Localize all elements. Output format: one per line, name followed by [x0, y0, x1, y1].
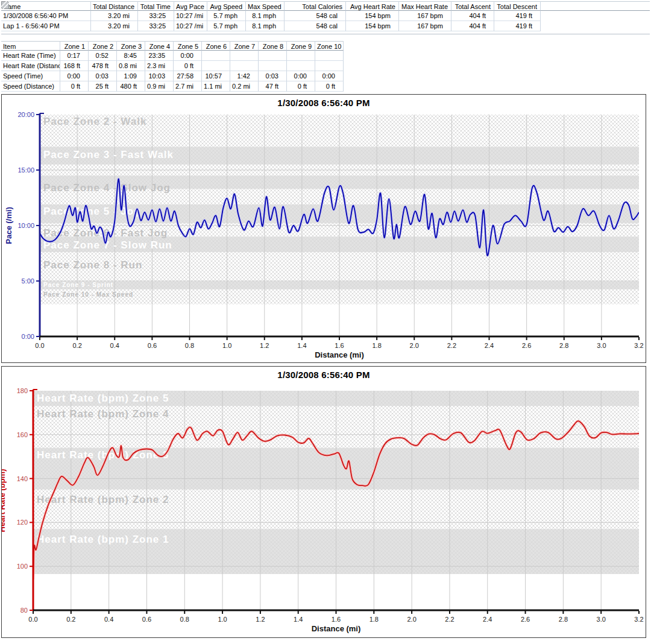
- column-header[interactable]: Zone 2: [89, 41, 117, 51]
- column-header[interactable]: Avg Pace: [174, 1, 207, 11]
- table-cell: 419 ft: [494, 11, 541, 21]
- x-tick-label: 1.8: [370, 616, 379, 623]
- x-tick-label: 1.6: [332, 616, 341, 623]
- table-cell: Heart Rate (Time): [1, 51, 60, 61]
- column-header[interactable]: Zone 8: [259, 41, 287, 51]
- table-cell: 8.1 mph: [246, 21, 285, 31]
- x-tick-label: 1.8: [372, 342, 381, 349]
- table-cell: 548 cal: [285, 21, 346, 31]
- table-cell: 33:25: [138, 21, 174, 31]
- table-cell: 47 ft: [259, 81, 287, 92]
- x-tick-label: 1.2: [260, 342, 269, 349]
- zone-label: Pace Zone 7 - Slow Run: [43, 239, 172, 251]
- table-cell: 0 ft: [60, 81, 89, 92]
- table-cell: [230, 51, 259, 61]
- zone-label: Heart Rate (bpm) Zone 2: [37, 494, 169, 505]
- table-cell: 167 bpm: [399, 21, 451, 31]
- x-tick-label: 2.4: [485, 342, 494, 349]
- column-header[interactable]: Max Heart Rate: [399, 1, 451, 11]
- table-header-row: NameTotal DistanceTotal TimeAvg PaceAvg …: [1, 1, 650, 11]
- column-header[interactable]: Zone 5: [174, 41, 202, 51]
- column-header[interactable]: Avg Speed: [207, 1, 246, 11]
- column-header[interactable]: Total Distance: [91, 1, 138, 11]
- zone-label: Heart Rate (bpm) Zone 4: [37, 408, 169, 420]
- x-tick-label: 0.8: [180, 616, 189, 623]
- x-tick-label: 0.2: [66, 616, 75, 623]
- column-header[interactable]: Zone 9: [287, 41, 315, 51]
- table-row[interactable]: Heart Rate (Distance)168 ft478 ft0.8 mi2…: [1, 61, 344, 71]
- table-row[interactable]: Speed (Time)0:000:031:0910:0327:5810:571…: [1, 71, 344, 81]
- y-tick-label: 5:00: [22, 277, 34, 285]
- x-tick-label: 3.2: [634, 342, 643, 349]
- row-label: 1/30/2008 6:56:40 PM: [3, 11, 68, 21]
- y-tick-label: 100: [17, 563, 28, 570]
- column-header[interactable]: Total Ascent: [451, 1, 494, 11]
- table-cell: 0 ft: [287, 81, 315, 92]
- table-cell: 0:00: [60, 71, 89, 81]
- column-header[interactable]: Max Speed: [246, 1, 285, 11]
- y-tick-label: 180: [17, 387, 28, 394]
- y-tick-label: 20:00: [17, 111, 34, 118]
- table-cell: 8.1 mph: [246, 11, 285, 21]
- zone-label: Heart Rate (bpm) Zone 5: [37, 393, 169, 404]
- table-cell: 0.9 mi: [145, 81, 174, 92]
- column-header[interactable]: Zone 1: [60, 41, 89, 51]
- column-header[interactable]: Name: [1, 1, 91, 11]
- table-cell: [315, 51, 344, 61]
- x-tick-label: 0.6: [142, 616, 151, 623]
- x-tick-label: 0.8: [185, 342, 194, 349]
- table-cell: [230, 61, 259, 71]
- table-row[interactable]: Heart Rate (Time)0:170:528:4523:350:00: [1, 51, 344, 61]
- x-tick-label: 2.0: [410, 342, 419, 349]
- table-cell: 3.20 mi: [91, 21, 138, 31]
- x-tick-label: 3.2: [634, 616, 643, 623]
- pace-chart[interactable]: Pace Zone 2 - WalkPace Zone 3 - Fast Wal…: [2, 95, 646, 362]
- table-cell: 10:57: [202, 71, 230, 81]
- y-axis-title: Pace (/mi): [4, 207, 13, 244]
- table-cell: Speed (Distance): [1, 81, 60, 92]
- column-header[interactable]: Zone 7: [230, 41, 259, 51]
- column-header[interactable]: Zone 6: [202, 41, 230, 51]
- table-row[interactable]: Speed (Distance)0 ft25 ft480 ft0.9 mi2.7…: [1, 81, 344, 92]
- x-tick-label: 0.6: [148, 342, 157, 349]
- table-cell: Heart Rate (Distance): [1, 61, 60, 71]
- table-footer-line: [1, 31, 650, 34]
- table-cell: [259, 51, 287, 61]
- column-header[interactable]: Avg Heart Rate: [346, 1, 399, 11]
- table-cell: 0:03: [89, 71, 117, 81]
- table-header-row: ItemZone 1Zone 2Zone 3Zone 4Zone 5Zone 6…: [1, 41, 344, 51]
- column-header[interactable]: Total Calories: [285, 1, 346, 11]
- x-tick-label: 0.4: [104, 616, 113, 623]
- table-cell: 0:03: [259, 71, 287, 81]
- table-cell: 0:00: [315, 71, 344, 81]
- x-tick-label: 2.2: [447, 342, 456, 349]
- x-tick-label: 2.4: [483, 616, 492, 623]
- column-header[interactable]: Zone 3: [117, 41, 145, 51]
- column-header[interactable]: Zone 4: [145, 41, 174, 51]
- table-cell: 1:09: [117, 71, 145, 81]
- table-cell: 404 ft: [451, 21, 494, 31]
- x-tick-label: 1.2: [256, 616, 265, 623]
- zone-label: Pace Zone 9 - Sprint: [43, 282, 113, 288]
- column-header[interactable]: Total Descent: [494, 1, 541, 11]
- column-header[interactable]: Item: [1, 41, 60, 51]
- y-tick-label: 10:00: [17, 222, 34, 229]
- x-tick-label: 0.0: [35, 342, 44, 349]
- y-tick-label: 15:00: [17, 166, 34, 174]
- table-cell: Lap 1 - 6:56:40 PM: [1, 21, 91, 31]
- table-cell: 5.7 mph: [207, 21, 246, 31]
- table-row[interactable]: Lap 1 - 6:56:40 PM3.20 mi33:2510:27 /mi5…: [1, 21, 650, 31]
- table-cell: 0.2 mi: [230, 81, 259, 92]
- table-cell: 1.1 mi: [202, 81, 230, 92]
- column-header[interactable]: Zone 10: [315, 41, 344, 51]
- table-cell: 0:52: [89, 51, 117, 61]
- x-tick-label: 0.2: [72, 342, 81, 349]
- column-header[interactable]: Total Time: [138, 1, 174, 11]
- y-axis-title: Heart Rate (bpm): [2, 469, 7, 532]
- x-tick-label: 2.6: [521, 616, 530, 623]
- table-row[interactable]: 1/30/2008 6:56:40 PM3.20 mi33:2510:27 /m…: [1, 11, 650, 21]
- row-label: Lap 1 - 6:56:40 PM: [3, 22, 60, 31]
- table-cell: [287, 61, 315, 71]
- heart-rate-chart[interactable]: Heart Rate (bpm) Zone 5Heart Rate (bpm) …: [2, 367, 646, 637]
- x-tick-label: 0.4: [110, 342, 119, 349]
